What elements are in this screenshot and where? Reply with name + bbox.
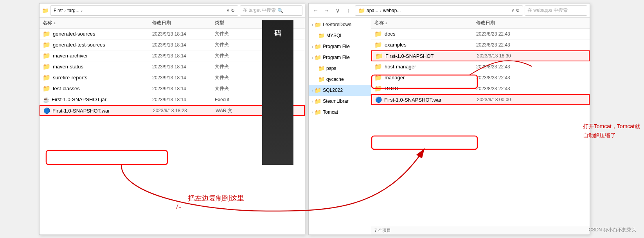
left-refresh-btn[interactable]: ↻ bbox=[231, 8, 235, 13]
nav-item-label: Program File bbox=[323, 55, 350, 60]
right-file-list: 📁 docs 2023/8/23 22:43 📁 examples 2023/8… bbox=[371, 29, 590, 226]
left-search-placeholder: 在 target 中搜索 bbox=[243, 7, 276, 14]
tomcat-annotation: 打开Tomcat，Tomcat就 自动解压缩了 bbox=[583, 113, 640, 140]
right-col-header: 名称 ▲ 修改日期 bbox=[371, 18, 590, 29]
nav-folder-icon: 📁 bbox=[315, 109, 321, 115]
nav-folder-icon: 📁 bbox=[318, 65, 325, 72]
watermark: CSDN @小白不想秃头 bbox=[588, 227, 636, 233]
folder-icon: 📁 bbox=[374, 41, 382, 48]
file-name-text: examples bbox=[385, 42, 407, 48]
file-name-cell: ☕ First-1.0-SNAPSHOT.jar bbox=[43, 97, 152, 103]
sort-arrow-up: ▲ bbox=[53, 21, 56, 25]
right-address-bar: ← → ∨ ↑ 📁 apa... › webap... ∨ ↻ 在 webapp… bbox=[309, 4, 590, 18]
nav-item-label: MYSQL bbox=[326, 33, 343, 38]
table-row[interactable]: 📁 manager 2023/8/23 22:43 bbox=[371, 72, 590, 83]
right-status-text: 7 个项目 bbox=[374, 227, 391, 233]
expand-icon: › bbox=[312, 23, 313, 27]
sidebar-item[interactable]: › 📁 Tomcat bbox=[309, 107, 371, 118]
table-row[interactable]: 📁 ROOT 2023/8/23 22:43 bbox=[371, 83, 590, 94]
war-icon: 🔵 bbox=[43, 107, 50, 114]
file-type-cell: WAR 文 bbox=[216, 107, 247, 114]
right-col-name-header[interactable]: 名称 ▲ bbox=[374, 20, 476, 26]
forward-button[interactable]: → bbox=[322, 6, 331, 15]
left-address-bar: 📁 First › targ... › ∨ ↻ 在 target 中搜索 🔍 bbox=[40, 4, 305, 18]
nav-item-label: SQL2022 bbox=[323, 88, 343, 93]
expand-icon: › bbox=[312, 45, 313, 49]
file-date-cell: 2023/9/13 18:14 bbox=[152, 53, 215, 59]
file-date-cell: 2023/8/23 22:43 bbox=[476, 64, 547, 70]
file-date-cell: 2023/8/23 22:43 bbox=[476, 42, 547, 48]
path-first: First bbox=[54, 8, 63, 13]
expand-icon: › bbox=[312, 110, 313, 115]
file-name-text: test-classes bbox=[53, 86, 80, 91]
file-name-text: First-1.0-SNAPSHOT.jar bbox=[52, 97, 106, 102]
sidebar-item[interactable]: 📁 psps bbox=[309, 63, 371, 74]
table-row[interactable]: 📁 docs 2023/8/23 22:43 bbox=[371, 29, 590, 39]
sidebar-item[interactable]: 📁 qycache bbox=[309, 74, 371, 85]
sidebar-item[interactable]: › 📁 Program File bbox=[309, 41, 371, 52]
left-col-name-header[interactable]: 名称 ▲ bbox=[43, 20, 152, 26]
file-name-cell: 📁 maven-archiver bbox=[43, 52, 152, 59]
file-name-cell: 📁 ROOT bbox=[374, 85, 476, 92]
file-date-cell: 2023/8/23 22:43 bbox=[476, 75, 547, 81]
sidebar-item[interactable]: › 📁 LeStoreDown bbox=[309, 19, 371, 30]
right-status-bar: 7 个项目 bbox=[371, 226, 590, 234]
left-address-path[interactable]: First › targ... › ∨ ↻ bbox=[50, 5, 238, 16]
file-name-cell: 📁 manager bbox=[374, 74, 476, 81]
nav-folder-icon: 📁 bbox=[315, 54, 321, 61]
sidebar-item[interactable]: › 📁 Program File bbox=[309, 52, 371, 63]
left-path-dropdown[interactable]: ∨ bbox=[227, 8, 229, 13]
right-col-date-header[interactable]: 修改日期 bbox=[476, 20, 547, 26]
file-type-cell: 文件夹 bbox=[215, 85, 246, 92]
right-file-explorer: ← → ∨ ↑ 📁 apa... › webap... ∨ ↻ 在 webapp… bbox=[308, 3, 590, 235]
right-address-path[interactable]: 📁 apa... › webap... ∨ ↻ bbox=[355, 5, 523, 16]
folder-icon: 📁 bbox=[43, 41, 50, 48]
folder-icon: 📁 bbox=[43, 63, 50, 70]
sidebar-item[interactable]: › 📁 SQL2022 bbox=[309, 85, 371, 96]
file-date-cell: 2023/9/13 18:14 bbox=[152, 42, 215, 48]
file-type-cell: 文件夹 bbox=[215, 52, 246, 59]
right-panel-content: › 📁 LeStoreDown 📁 MYSQL › 📁 Program File… bbox=[309, 18, 590, 234]
file-date-cell: 2023/9/13 18:14 bbox=[152, 31, 215, 37]
file-name-cell: 📁 maven-status bbox=[43, 63, 152, 70]
folder-icon: 📁 bbox=[43, 30, 50, 38]
file-type-cell: 文件夹 bbox=[215, 74, 246, 81]
table-row[interactable]: 📁 First-1.0-SNAPSHOT 2023/9/13 18:30 bbox=[371, 50, 590, 61]
file-name-cell: 📁 docs bbox=[374, 30, 476, 38]
file-date-cell: 2023/8/23 22:43 bbox=[476, 31, 547, 37]
main-container: 📁 First › targ... › ∨ ↻ 在 target 中搜索 🔍 名… bbox=[0, 0, 644, 238]
file-name-text: maven-archiver bbox=[53, 53, 88, 59]
file-name-text: First-1.0-SNAPSHOT.war bbox=[384, 97, 442, 103]
file-date-cell: 2023/9/13 18:30 bbox=[477, 53, 547, 59]
left-col-date-header[interactable]: 修改日期 bbox=[152, 20, 215, 26]
path-targ: targ... bbox=[67, 8, 79, 13]
left-search-box[interactable]: 在 target 中搜索 🔍 bbox=[240, 5, 302, 16]
file-name-cell: 📁 surefire-reports bbox=[43, 74, 152, 81]
file-name-cell: 📁 host-manager bbox=[374, 63, 476, 70]
nav-item-label: LeStoreDown bbox=[323, 22, 351, 27]
right-search-box[interactable]: 在 webapps 中搜索 bbox=[525, 5, 587, 16]
nav-folder-icon: 📁 bbox=[315, 98, 321, 104]
code-bar: 码 bbox=[262, 20, 293, 165]
dropdown-button[interactable]: ∨ bbox=[333, 6, 342, 15]
expand-icon: › bbox=[312, 99, 313, 104]
left-col-type-header[interactable]: 类型 bbox=[215, 20, 246, 26]
up-button[interactable]: ↑ bbox=[344, 6, 353, 15]
right-refresh-btn[interactable]: ↻ bbox=[516, 8, 520, 13]
expand-icon: › bbox=[312, 88, 313, 93]
sidebar-item[interactable]: 📁 MYSQL bbox=[309, 30, 371, 41]
nav-folder-icon: 📁 bbox=[315, 21, 321, 28]
file-name-text: First-1.0-SNAPSHOT.war bbox=[52, 108, 110, 114]
file-date-cell: 2023/9/13 00:00 bbox=[477, 97, 547, 102]
table-row[interactable]: 🔵 First-1.0-SNAPSHOT.war 2023/9/13 00:00 bbox=[371, 94, 590, 105]
copy-annotation: 把左边复制到这里 bbox=[188, 193, 244, 203]
sidebar-item[interactable]: › 📁 SteamLibrar bbox=[309, 96, 371, 107]
file-name-cell: 🔵 First-1.0-SNAPSHOT.war bbox=[43, 107, 153, 114]
right-path-dropdown[interactable]: ∨ bbox=[511, 8, 514, 13]
right-main-area: 名称 ▲ 修改日期 📁 docs 2023/8/23 22:43 📁 examp bbox=[371, 18, 590, 234]
war-icon: 🔵 bbox=[375, 97, 382, 103]
table-row[interactable]: 📁 examples 2023/8/23 22:43 bbox=[371, 39, 590, 50]
folder-icon: 📁 bbox=[43, 85, 50, 92]
table-row[interactable]: 📁 host-manager 2023/8/23 22:43 bbox=[371, 61, 590, 72]
back-button[interactable]: ← bbox=[311, 6, 320, 15]
